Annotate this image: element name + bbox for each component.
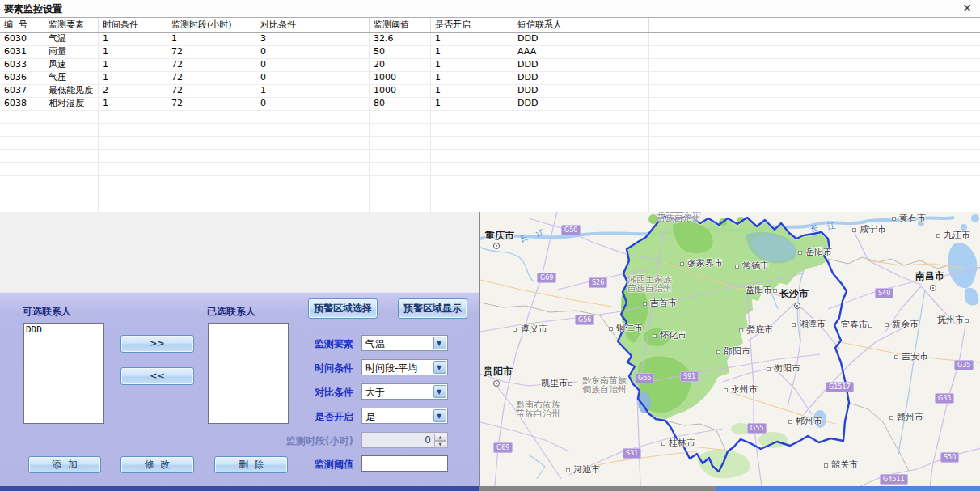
table-cell: 1: [431, 72, 513, 84]
table-row[interactable]: 6033风速1720201DDD: [0, 59, 980, 72]
table-cell: [649, 98, 980, 110]
table-cell: 最低能见度: [44, 85, 99, 97]
table-cell: [513, 176, 649, 188]
city-label: 常德市: [742, 261, 769, 270]
table-cell: 1: [99, 46, 167, 58]
table-cell: [513, 188, 649, 201]
dropdown-button[interactable]: ▼: [433, 361, 446, 374]
dropdown-button[interactable]: ▼: [433, 409, 446, 422]
table-cell: [370, 137, 431, 149]
column-header-filler: [649, 18, 980, 32]
city-label: 贵阳市: [484, 367, 513, 376]
city-marker-icon: [889, 416, 893, 420]
warning-area-display-button[interactable]: 预警区域显示: [398, 298, 467, 319]
table-header-row: 编 号监测要素时间条件监测时段(小时)对比条件监测阈值是否开启短信联系人: [0, 18, 980, 33]
table-cell: [44, 188, 99, 201]
available-contacts-list[interactable]: DDD: [23, 323, 104, 424]
table-cell: [649, 176, 980, 188]
column-header[interactable]: 监测时段(小时): [167, 18, 256, 32]
road-badge: G69: [493, 442, 513, 453]
table-cell: 72: [167, 59, 256, 71]
city-marker-icon: [930, 285, 936, 291]
table-cell: 0: [256, 72, 370, 84]
table-row[interactable]: [0, 150, 980, 163]
enabled-select[interactable]: 是 ▼: [361, 408, 448, 424]
column-header[interactable]: 是否开启: [431, 18, 513, 32]
table-row[interactable]: [0, 176, 980, 188]
list-item[interactable]: DDD: [24, 324, 103, 335]
table-cell: [431, 188, 513, 201]
road-badge: G35: [935, 393, 954, 404]
table-cell: [649, 163, 980, 175]
monitor-element-select[interactable]: 气温 ▼: [361, 335, 448, 351]
city-marker-icon: [794, 303, 800, 309]
threshold-input[interactable]: [361, 455, 448, 472]
map-scrollbar-thumb[interactable]: [716, 486, 980, 491]
table-cell: [370, 163, 431, 175]
table-cell: 相对湿度: [44, 98, 99, 110]
table-row[interactable]: 6030气温11332.61DDD: [0, 33, 980, 46]
spin-up-icon[interactable]: ▲: [434, 434, 446, 441]
spin-down-icon[interactable]: ▼: [434, 441, 446, 448]
table-row[interactable]: 6037最低能见度272110001DDD: [0, 85, 980, 98]
city-label: 遵义市: [521, 324, 547, 333]
column-header[interactable]: 短信联系人: [513, 18, 649, 32]
city-label: 韶关市: [831, 460, 858, 469]
city-label: 河池市: [573, 465, 600, 474]
table-cell: [99, 188, 167, 201]
column-header[interactable]: 编 号: [0, 18, 44, 32]
compare-condition-select[interactable]: 大于 ▼: [361, 383, 448, 400]
column-header[interactable]: 监测要素: [44, 18, 99, 32]
table-cell: [649, 85, 980, 97]
column-header[interactable]: 对比条件: [256, 18, 370, 32]
move-right-button[interactable]: >>: [120, 335, 194, 353]
table-row[interactable]: [0, 137, 980, 150]
warning-area-select-button[interactable]: 预警区域选择: [308, 298, 378, 319]
city-label: 宜春市: [841, 320, 868, 329]
table-row[interactable]: [0, 124, 980, 137]
column-header[interactable]: 监测阈值: [370, 18, 431, 32]
add-button[interactable]: 添 加: [28, 456, 101, 473]
table-cell: [0, 176, 44, 188]
table-cell: [0, 137, 44, 149]
city-marker-icon: [788, 420, 792, 424]
modify-button[interactable]: 修 改: [120, 456, 194, 473]
table-cell: [649, 188, 980, 201]
threshold-label: 监测阈值: [243, 458, 353, 472]
city-marker-icon: [493, 243, 500, 249]
map-canvas[interactable]: 重庆市遵义市铜仁市张家界市吉首市怀化市常德市益阳市岳阳市长沙市湘潭市娄底市邵阳市…: [479, 212, 980, 486]
column-header[interactable]: 时间条件: [99, 18, 167, 32]
city-marker-icon: [824, 463, 828, 468]
table-row[interactable]: [0, 188, 980, 201]
region-label: 黔南布依族苗族自治州: [516, 400, 560, 418]
close-icon[interactable]: ✕: [960, 1, 974, 15]
dropdown-button[interactable]: ▼: [433, 337, 446, 349]
table-cell: [431, 163, 513, 175]
table-row[interactable]: 6036气压172010001DDD: [0, 72, 980, 85]
table-row[interactable]: [0, 163, 980, 176]
table-cell: AAA: [513, 46, 649, 58]
city-label: 咸宁市: [860, 225, 886, 234]
table-row[interactable]: [0, 201, 980, 213]
city-marker-icon: [852, 228, 856, 232]
table-cell: [256, 188, 370, 201]
city-marker-icon: [609, 327, 613, 331]
table-row[interactable]: 6031雨量1720501AAA: [0, 46, 980, 59]
city-label: 娄底市: [746, 325, 773, 334]
monitor-hours-stepper[interactable]: 0 ▲ ▼: [361, 432, 448, 448]
table-cell: [99, 111, 167, 123]
dropdown-button[interactable]: ▼: [433, 385, 446, 398]
table-cell: [0, 201, 44, 213]
table-cell: [431, 111, 513, 123]
table-cell: [649, 111, 980, 123]
table-cell: 72: [167, 98, 256, 110]
table-row[interactable]: 6038相对湿度1720801DDD: [0, 98, 980, 111]
table-cell: [370, 201, 431, 213]
move-left-button[interactable]: <<: [120, 367, 194, 385]
city-marker-icon: [936, 234, 940, 238]
table-row[interactable]: [0, 111, 980, 124]
time-condition-select[interactable]: 时间段-平均 ▼: [361, 359, 448, 375]
table-cell: [167, 111, 256, 123]
city-marker-icon: [653, 334, 657, 338]
table-cell: DDD: [513, 98, 649, 110]
